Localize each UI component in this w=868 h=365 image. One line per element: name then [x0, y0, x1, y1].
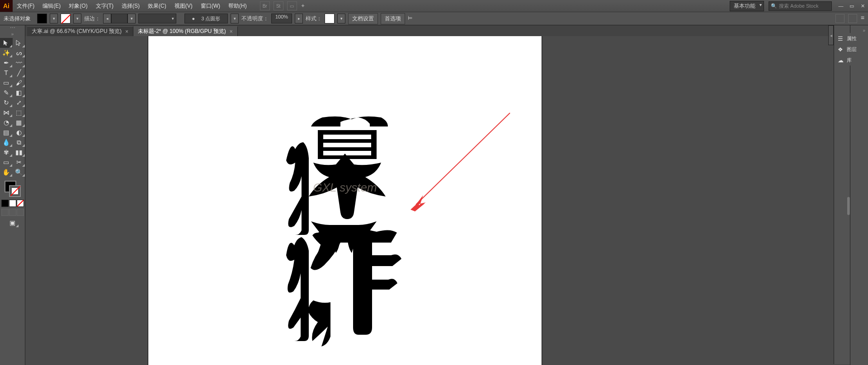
- variable-width-dropdown[interactable]: [138, 14, 176, 23]
- app-logo: Ai: [0, 0, 13, 12]
- curvature-tool[interactable]: 〰: [13, 58, 25, 68]
- rectangle-tool[interactable]: ▭: [0, 78, 13, 88]
- slice-tool[interactable]: ✂: [13, 157, 25, 167]
- magic-wand-tool[interactable]: ✨: [0, 48, 13, 58]
- tools-collapse[interactable]: »: [11, 32, 14, 38]
- stroke-increment[interactable]: ▾: [127, 14, 136, 23]
- window-restore-button[interactable]: ▭: [846, 2, 857, 10]
- annotation-arrow-icon: [410, 113, 510, 211]
- blend-tool[interactable]: ⧉: [13, 137, 25, 147]
- style-label: 样式：: [306, 15, 322, 23]
- color-mode-gradient[interactable]: [9, 200, 16, 207]
- watermark: GXL system: [313, 181, 377, 194]
- menu-help[interactable]: 帮助(H): [224, 0, 251, 12]
- tab-close-icon[interactable]: ×: [230, 28, 233, 35]
- right-dock-strip[interactable]: [834, 25, 850, 364]
- shape-builder-tool[interactable]: ◔: [0, 117, 13, 127]
- stroke-label: 描边：: [84, 15, 100, 23]
- cb-end-icon-2[interactable]: [848, 14, 857, 23]
- panel-expand-tab[interactable]: ◂: [828, 25, 834, 45]
- menu-object[interactable]: 对象(O): [65, 0, 91, 12]
- tab-close-icon[interactable]: ×: [125, 28, 128, 35]
- lasso-tool[interactable]: ᔕ: [13, 48, 25, 58]
- zoom-tool[interactable]: 🔍: [13, 167, 25, 177]
- gradient-tool[interactable]: ◐: [13, 127, 25, 137]
- graph-tool[interactable]: ▮▮: [13, 147, 25, 157]
- right-collapse-icon[interactable]: »: [850, 28, 868, 33]
- symbol-sprayer-tool[interactable]: ✾: [0, 147, 13, 157]
- window-minimize-button[interactable]: —: [835, 2, 846, 10]
- rotate-tool[interactable]: ↻: [0, 98, 13, 108]
- draw-behind[interactable]: [9, 209, 16, 216]
- menu-type[interactable]: 文字(T): [92, 0, 118, 12]
- menu-select[interactable]: 选择(S): [118, 0, 144, 12]
- document-tab-2[interactable]: 未标题-2* @ 100% (RGB/GPU 预览) ×: [133, 26, 238, 36]
- draw-inside[interactable]: [17, 209, 24, 216]
- search-placeholder: 搜索 Adobe Stock: [779, 3, 818, 9]
- window-close-button[interactable]: ✕: [857, 2, 868, 10]
- svg-marker-2: [410, 199, 425, 211]
- panel-libraries[interactable]: ☁ 库: [834, 55, 867, 66]
- width-tool[interactable]: ⋈: [0, 108, 13, 117]
- document-tab-bar: 大寒.ai @ 66.67% (CMYK/GPU 预览) × 未标题-2* @ …: [0, 25, 868, 36]
- type-tool[interactable]: T: [0, 68, 13, 78]
- draw-normal[interactable]: [1, 209, 9, 216]
- opacity-dropdown[interactable]: ▸: [295, 14, 303, 23]
- scale-tool[interactable]: ⤢: [13, 98, 25, 108]
- stroke-dropdown[interactable]: ▾: [73, 14, 81, 23]
- libraries-icon: ☁: [837, 56, 844, 64]
- brush-profile-dd-btn[interactable]: ▾: [231, 14, 239, 23]
- selection-tool[interactable]: [0, 38, 13, 48]
- menu-edit[interactable]: 编辑(E): [38, 0, 65, 12]
- hand-tool[interactable]: ✋: [0, 167, 13, 177]
- menu-view[interactable]: 视图(V): [170, 0, 197, 12]
- arrange-icon[interactable]: ▭: [287, 1, 297, 10]
- paintbrush-tool[interactable]: 🖌: [13, 78, 25, 88]
- opacity-input[interactable]: 100%: [271, 14, 292, 23]
- tools-gripper[interactable]: [6, 27, 19, 31]
- artboard-tool[interactable]: ▭: [0, 157, 13, 167]
- fill-stroke-control[interactable]: [4, 180, 22, 198]
- stroke-decrement[interactable]: ◂: [103, 14, 111, 23]
- stroke-swatch[interactable]: [61, 14, 71, 23]
- panel-layers[interactable]: ❖ 图层: [834, 44, 867, 55]
- menu-window[interactable]: 窗口(W): [197, 0, 224, 12]
- search-stock-field[interactable]: 🔍 搜索 Adobe Stock: [769, 1, 832, 11]
- mesh-tool[interactable]: ▤: [0, 127, 13, 137]
- eraser-tool[interactable]: ◧: [13, 88, 25, 98]
- style-swatch[interactable]: [325, 14, 335, 23]
- shaper-tool[interactable]: ✎: [0, 88, 13, 98]
- fill-dropdown[interactable]: ▾: [50, 14, 58, 23]
- gpu-icon: ✦: [301, 3, 305, 9]
- color-mode-solid[interactable]: [1, 200, 9, 207]
- properties-icon: ☰: [837, 35, 844, 42]
- panel-properties[interactable]: ☰ 属性: [834, 33, 867, 44]
- preferences-button[interactable]: 首选项: [381, 13, 405, 24]
- align-icon[interactable]: ⊨: [408, 15, 415, 22]
- brush-profile-dropdown[interactable]: ● 3 点圆形: [184, 14, 228, 23]
- direct-selection-tool[interactable]: [13, 38, 25, 48]
- eyedropper-tool[interactable]: 💧: [0, 137, 13, 147]
- cb-end-icon-1[interactable]: [835, 14, 844, 23]
- stroke-color[interactable]: [9, 185, 21, 197]
- color-mode-none[interactable]: [17, 200, 24, 207]
- perspective-tool[interactable]: ▦: [13, 117, 25, 127]
- fill-swatch[interactable]: [37, 14, 47, 23]
- doc-setup-button[interactable]: 文档设置: [348, 13, 378, 24]
- tools-panel: » ✨ ᔕ ✒ 〰 T ╱ ▭ 🖌 ✎ ◧ ↻ ⤢ ⋈ ⬚ ◔ ▦ ▤ ◐ 💧 …: [0, 25, 25, 365]
- bridge-icon[interactable]: Br: [260, 1, 270, 10]
- free-transform-tool[interactable]: ⬚: [13, 108, 25, 117]
- pen-tool[interactable]: ✒: [0, 58, 13, 68]
- document-tab-1[interactable]: 大寒.ai @ 66.67% (CMYK/GPU 预览) ×: [27, 26, 133, 36]
- panel-menu-icon[interactable]: ≡: [861, 14, 864, 23]
- menu-file[interactable]: 文件(F): [13, 0, 38, 12]
- stroke-weight-input[interactable]: [111, 14, 127, 23]
- line-tool[interactable]: ╱: [13, 68, 25, 78]
- style-dropdown[interactable]: ▾: [337, 14, 345, 23]
- screen-mode[interactable]: ▣: [6, 218, 19, 228]
- menu-effect[interactable]: 效果(C): [144, 0, 170, 12]
- artboard[interactable]: GXL system: [148, 36, 542, 365]
- workspace-switcher[interactable]: 基本功能: [730, 1, 764, 11]
- canvas-area[interactable]: GXL system: [25, 36, 834, 365]
- stock-icon[interactable]: St: [274, 1, 283, 10]
